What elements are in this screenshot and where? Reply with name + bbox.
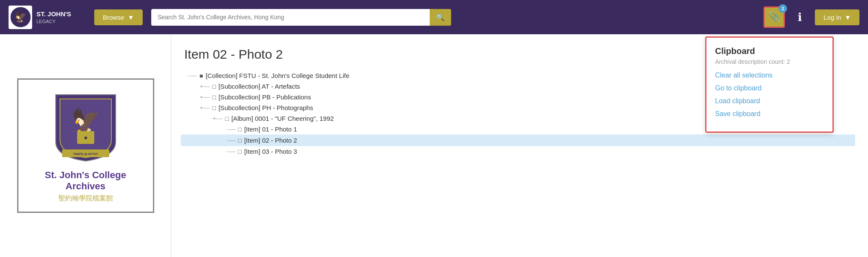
- tree-label: [Subcollection] PH - Photographs: [218, 104, 313, 111]
- tree-label: [Subcollection] PB - Publications: [218, 93, 311, 101]
- folder-icon: □: [212, 83, 216, 90]
- folder-icon: □: [238, 137, 241, 144]
- search-button[interactable]: 🔍: [430, 9, 451, 26]
- left-panel: 🦅 ⚜ ΠANTA ΔI AYTOY St. John's College Ar…: [0, 34, 171, 257]
- clipboard-icon: 📎: [769, 12, 780, 23]
- college-logo-box: 🦅 ⚜ ΠANTA ΔI AYTOY St. John's College Ar…: [17, 78, 154, 213]
- tree-label: [Item] 02 - Photo 2: [244, 137, 297, 144]
- logo-image: 🦅: [9, 6, 32, 29]
- clipboard-badge: 2: [778, 4, 787, 13]
- folder-icon: □: [212, 94, 216, 101]
- tree-connector: ·——: [225, 137, 235, 143]
- folder-icon: □: [238, 126, 241, 133]
- clear-all-link[interactable]: Clear all selections: [715, 72, 824, 79]
- folder-icon: □: [212, 105, 216, 111]
- go-to-clipboard-link[interactable]: Go to clipboard: [715, 84, 824, 92]
- svg-text:⚜: ⚜: [84, 135, 88, 140]
- svg-text:🦅: 🦅: [14, 11, 27, 23]
- tree-connector: ·——: [225, 126, 235, 132]
- clipboard-dropdown: Clipboard Archival description count: 2 …: [705, 36, 834, 133]
- tree-label: [Collection] FSTU - St. John's College S…: [206, 72, 350, 79]
- login-button[interactable]: Log in ▼: [815, 9, 859, 25]
- browse-button[interactable]: Browse ▼: [94, 9, 143, 25]
- tree-connector: +——: [200, 83, 210, 90]
- header-right: 📎 2 ℹ Log in ▼ Clipboard Archival descri…: [763, 6, 859, 28]
- clipboard-title: Clipboard: [715, 46, 824, 56]
- tree-connector: +——: [200, 105, 210, 111]
- tree-connector: +——: [213, 115, 222, 122]
- folder-icon: □: [225, 115, 228, 122]
- save-clipboard-link[interactable]: Save clipboard: [715, 110, 824, 118]
- college-crest: 🦅 ⚜ ΠANTA ΔI AYTOY: [47, 88, 124, 165]
- search-input[interactable]: [151, 9, 430, 26]
- tree-connector: ·——: [187, 72, 197, 79]
- clipboard-button[interactable]: 📎 2: [763, 6, 785, 28]
- tree-item[interactable]: ·——□[Item] 03 - Photo 3: [184, 146, 855, 157]
- tree-connector: +——: [200, 94, 210, 100]
- tree-connector: ·——: [225, 148, 235, 155]
- header: 🦅 ST. JOHN'S LEGACY Browse ▼ 🔍 📎 2 ℹ Log…: [0, 0, 868, 34]
- logo-text: ST. JOHN'S LEGACY: [36, 10, 71, 24]
- search-icon: 🔍: [436, 14, 445, 21]
- collection-icon: ■: [199, 72, 203, 79]
- college-name-english: St. John's College Archives: [27, 170, 144, 192]
- tree-label: [Item] 03 - Photo 3: [244, 148, 297, 155]
- chevron-down-icon: ▼: [128, 14, 134, 21]
- tree-label: [Album] 0001 - "UF Cheering", 1992: [231, 115, 334, 122]
- search-area: 🔍: [151, 9, 451, 26]
- tree-label: [Subcollection] AT - Artefacts: [218, 83, 300, 90]
- svg-text:ΠANTA ΔI AYTOY: ΠANTA ΔI AYTOY: [73, 152, 98, 155]
- tree-item[interactable]: ·——□[Item] 02 - Photo 2: [181, 134, 855, 146]
- tree-label: [Item] 01 - Photo 1: [244, 126, 297, 133]
- clipboard-description: Archival description count: 2: [715, 58, 824, 65]
- logo-area: 🦅 ST. JOHN'S LEGACY: [9, 6, 86, 29]
- info-icon: ℹ: [798, 11, 802, 24]
- college-name-chinese: 聖約翰學院檔案館: [58, 194, 113, 203]
- folder-icon: □: [238, 148, 241, 155]
- svg-text:🦅: 🦅: [71, 107, 100, 135]
- info-button[interactable]: ℹ: [791, 9, 808, 26]
- load-clipboard-link[interactable]: Load clipboard: [715, 97, 824, 105]
- chevron-down-icon: ▼: [844, 14, 851, 21]
